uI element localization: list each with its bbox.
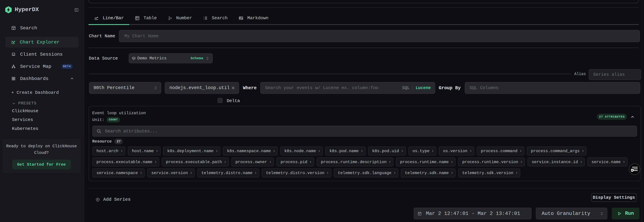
svg-text:3: 3 bbox=[170, 17, 172, 19]
svg-text:2: 2 bbox=[168, 18, 170, 20]
